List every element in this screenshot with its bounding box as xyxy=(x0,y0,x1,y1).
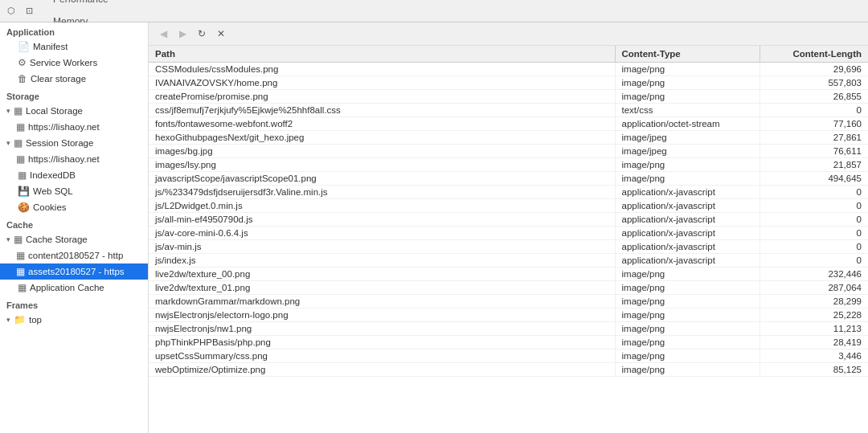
table-row[interactable]: js/av-core-mini-0.6.4.jsapplication/x-ja… xyxy=(149,227,868,240)
table-row[interactable]: js/av-min.jsapplication/x-javascript0 xyxy=(149,240,868,254)
table-row[interactable]: CSSModules/cssModules.pngimage/png29,696 xyxy=(149,63,868,76)
cell-path: live2dw/texture_00.png xyxy=(149,268,615,281)
sidebar: Application📄Manifest⚙Service Workers🗑Cle… xyxy=(0,22,149,433)
cell-type: image/png xyxy=(615,349,760,363)
cell-type: image/png xyxy=(615,308,760,322)
table-row[interactable]: IVANAIVAZOVSKY/home.pngimage/png557,803 xyxy=(149,76,868,90)
table-body: CSSModules/cssModules.pngimage/png29,696… xyxy=(149,63,868,377)
device-icon[interactable]: ⊡ xyxy=(21,3,37,19)
col-header-path: Path xyxy=(149,46,615,63)
cell-path: js/av-min.js xyxy=(149,240,615,254)
cell-path: CSSModules/cssModules.png xyxy=(149,63,615,76)
cell-size: 76,611 xyxy=(760,145,868,158)
grid-icon: ▦ xyxy=(16,266,25,277)
table-row[interactable]: webOptimize/Optimize.pngimage/png85,125 xyxy=(149,363,868,377)
cell-path: js/index.js xyxy=(149,254,615,268)
sidebar-item-manifest[interactable]: 📄Manifest xyxy=(0,39,148,55)
table-row[interactable]: upsetCssSummary/css.pngimage/png3,446 xyxy=(149,349,868,363)
sidebar-label-manifest: Manifest xyxy=(33,42,68,51)
sidebar-item-local-storage[interactable]: ▦Local Storage xyxy=(0,103,148,119)
sidebar-item-top-frame[interactable]: 📁top xyxy=(0,312,148,328)
cell-path: hexoGithubpagesNext/git_hexo.jpeg xyxy=(149,131,615,145)
cell-size: 77,160 xyxy=(760,117,868,131)
sidebar-item-session-storage-url[interactable]: ▦https://lishaoy.net xyxy=(0,151,148,167)
cell-size: 0 xyxy=(760,254,868,268)
table-row[interactable]: images/lsy.pngimage/png21,857 xyxy=(149,158,868,172)
cell-type: application/x-javascript xyxy=(615,240,760,254)
cell-type: application/x-javascript xyxy=(615,227,760,240)
cell-type: application/x-javascript xyxy=(615,213,760,227)
sidebar-item-cookies[interactable]: 🍪Cookies xyxy=(0,199,148,215)
main-layout: Application📄Manifest⚙Service Workers🗑Cle… xyxy=(0,22,868,433)
sidebar-item-cache-storage[interactable]: ▦Cache Storage xyxy=(0,231,148,247)
cell-type: image/png xyxy=(615,281,760,295)
table-row[interactable]: live2dw/texture_01.pngimage/png287,064 xyxy=(149,281,868,295)
trash-icon: 🗑 xyxy=(18,73,27,84)
cell-type: image/png xyxy=(615,90,760,104)
sidebar-item-local-storage-url[interactable]: ▦https://lishaoy.net xyxy=(0,119,148,135)
table-row[interactable]: js/%233479dsfjdseruijersdf3r.Valine.min.… xyxy=(149,186,868,199)
cell-type: application/x-javascript xyxy=(615,199,760,213)
cell-type: image/jpeg xyxy=(615,145,760,158)
tab-performance[interactable]: Performance xyxy=(43,0,118,11)
sidebar-label-app-cache: Application Cache xyxy=(30,283,104,292)
table-row[interactable]: images/bg.jpgimage/jpeg76,611 xyxy=(149,145,868,158)
cell-size: 11,213 xyxy=(760,322,868,336)
forward-button[interactable]: ▶ xyxy=(174,26,190,42)
sidebar-item-cache-entry-1[interactable]: ▦content20180527 - http xyxy=(0,247,148,263)
sidebar-section-frames: Frames xyxy=(0,296,148,312)
cell-type: image/jpeg xyxy=(615,131,760,145)
table-row[interactable]: phpThinkPHPBasis/php.pngimage/png28,419 xyxy=(149,336,868,349)
sidebar-item-clear-storage[interactable]: 🗑Clear storage xyxy=(0,71,148,87)
cell-size: 494,645 xyxy=(760,172,868,186)
sidebar-label-session-storage-url: https://lishaoy.net xyxy=(28,154,100,164)
sidebar-item-web-sql[interactable]: 💾Web SQL xyxy=(0,183,148,199)
sidebar-section-cache: Cache xyxy=(0,215,148,231)
cell-path: fonts/fontawesome-webfont.woff2 xyxy=(149,117,615,131)
cell-path: nwjsElectronjs/nw1.png xyxy=(149,322,615,336)
cell-path: css/jf8emufj7erjkjufy%5Ejkwje%25hhf8all.… xyxy=(149,104,615,117)
clear-button[interactable]: ✕ xyxy=(213,26,229,42)
table-row[interactable]: nwjsElectronjs/electorn-logo.pngimage/pn… xyxy=(149,308,868,322)
cell-path: js/av-core-mini-0.6.4.js xyxy=(149,227,615,240)
sidebar-label-indexeddb: IndexedDB xyxy=(30,170,76,180)
table-row[interactable]: javascriptScope/javascriptScope01.pngima… xyxy=(149,172,868,186)
cell-size: 3,446 xyxy=(760,349,868,363)
sidebar-item-indexeddb[interactable]: ▦IndexedDB xyxy=(0,167,148,183)
table-row[interactable]: hexoGithubpagesNext/git_hexo.jpegimage/j… xyxy=(149,131,868,145)
cell-size: 232,446 xyxy=(760,268,868,281)
refresh-button[interactable]: ↻ xyxy=(194,26,210,42)
table-row[interactable]: fonts/fontawesome-webfont.woff2applicati… xyxy=(149,117,868,131)
sidebar-label-local-storage-url: https://lishaoy.net xyxy=(28,122,100,132)
cell-path: webOptimize/Optimize.png xyxy=(149,363,615,377)
cell-path: phpThinkPHPBasis/php.png xyxy=(149,336,615,349)
cell-path: images/lsy.png xyxy=(149,158,615,172)
cell-type: image/png xyxy=(615,63,760,76)
sidebar-item-cache-entry-2[interactable]: ▦assets20180527 - https xyxy=(0,263,148,280)
cell-path: upsetCssSummary/css.png xyxy=(149,349,615,363)
sidebar-item-service-workers[interactable]: ⚙Service Workers xyxy=(0,55,148,71)
sidebar-label-cache-entry-2: assets20180527 - https xyxy=(28,267,125,276)
table-row[interactable]: live2dw/texture_00.pngimage/png232,446 xyxy=(149,268,868,281)
sidebar-item-app-cache[interactable]: ▦Application Cache xyxy=(0,280,148,296)
cell-size: 28,419 xyxy=(760,336,868,349)
inspect-icon[interactable]: ⬡ xyxy=(3,3,19,19)
table-row[interactable]: js/L2Dwidget.0.min.jsapplication/x-javas… xyxy=(149,199,868,213)
cookie-icon: 🍪 xyxy=(18,202,30,213)
table-row[interactable]: js/index.jsapplication/x-javascript0 xyxy=(149,254,868,268)
cell-type: image/png xyxy=(615,336,760,349)
sidebar-label-session-storage: Session Storage xyxy=(26,138,93,148)
table-row[interactable]: js/all-min-ef4950790d.jsapplication/x-ja… xyxy=(149,213,868,227)
table-row[interactable]: nwjsElectronjs/nw1.pngimage/png11,213 xyxy=(149,322,868,336)
cell-type: image/png xyxy=(615,268,760,281)
table-row[interactable]: css/jf8emufj7erjkjufy%5Ejkwje%25hhf8all.… xyxy=(149,104,868,117)
devtools-tab-bar: ⬡ ⊡ ElementsConsoleSourcesNetworkPerform… xyxy=(0,0,868,22)
folder-icon: 📁 xyxy=(14,314,26,325)
sidebar-item-session-storage[interactable]: ▦Session Storage xyxy=(0,135,148,151)
table-row[interactable]: createPromise/promise.pngimage/png26,855 xyxy=(149,90,868,104)
table-row[interactable]: markdownGrammar/markdown.pngimage/png28,… xyxy=(149,295,868,308)
cell-path: js/L2Dwidget.0.min.js xyxy=(149,199,615,213)
content-area: ◀ ▶ ↻ ✕ Path Content-Type Content-Length… xyxy=(149,22,868,433)
back-button[interactable]: ◀ xyxy=(155,26,171,42)
cell-size: 0 xyxy=(760,213,868,227)
